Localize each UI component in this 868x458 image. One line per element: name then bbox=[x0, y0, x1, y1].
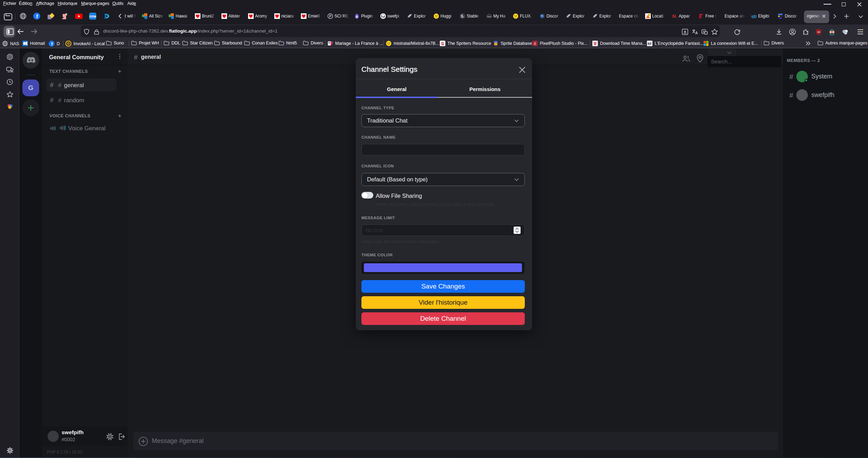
svg-text:adn: adn bbox=[751, 14, 757, 18]
svg-text:S: S bbox=[441, 41, 444, 46]
svg-text:U0: U0 bbox=[817, 31, 820, 33]
svg-text:f: f bbox=[51, 41, 53, 47]
svg-text:SL: SL bbox=[672, 14, 677, 18]
svg-text:cloud: cloud bbox=[487, 16, 491, 18]
svg-text:S.: S. bbox=[461, 14, 464, 18]
svg-text:P: P bbox=[329, 14, 332, 18]
svg-text:EF: EF bbox=[648, 42, 652, 46]
svg-text:DSM: DSM bbox=[89, 15, 96, 18]
